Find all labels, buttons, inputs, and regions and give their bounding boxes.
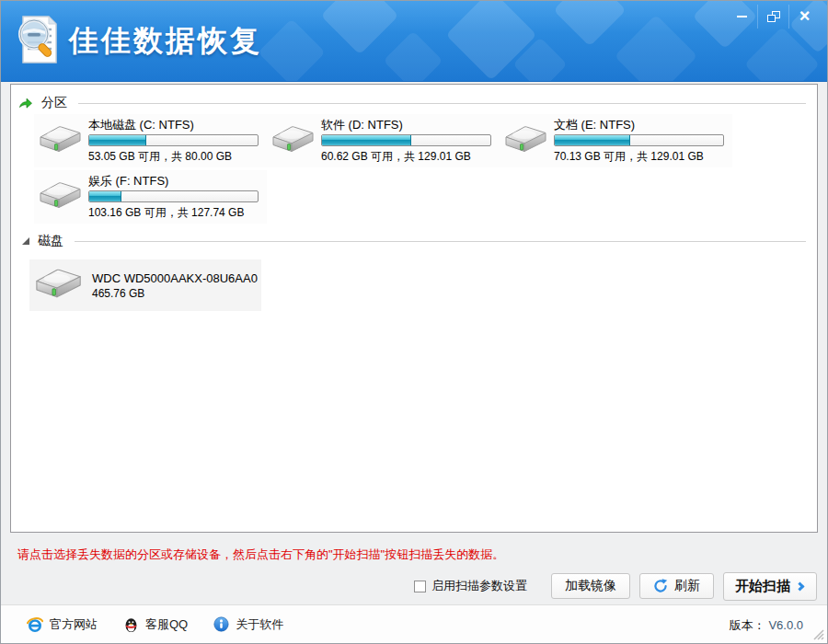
support-qq-label: 客服QQ [145, 616, 188, 633]
hard-drive-icon [501, 122, 549, 159]
disk-item-wdc[interactable]: WDC WD5000AAKX-08U6AA0 465.76 GB [29, 259, 261, 311]
start-scan-button[interactable]: 开始扫描 [723, 572, 817, 601]
hard-drive-icon [269, 122, 316, 159]
version-value: V6.0.0 [768, 618, 803, 632]
window-controls: × [726, 5, 820, 29]
section-partitions-label: 分区 [41, 95, 67, 111]
device-panel: 分区 本地磁盘 (C: NTFS) 53.05 GB 可用，共 80.00 GB… [10, 84, 818, 533]
app-logo-icon [14, 11, 63, 72]
enable-scan-params-group[interactable]: 启用扫描参数设置 [414, 578, 527, 594]
official-site-link[interactable]: 官方网站 [27, 616, 98, 633]
partition-usage: 60.62 GB 可用，共 129.01 GB [321, 149, 491, 165]
usage-bar-fill [555, 135, 630, 145]
load-image-button[interactable]: 加载镜像 [551, 573, 630, 599]
usage-bar [321, 134, 491, 146]
start-scan-label: 开始扫描 [735, 578, 790, 595]
restore-icon [767, 11, 780, 22]
ie-icon [27, 616, 43, 633]
partition-name: 本地磁盘 (C: NTFS) [88, 117, 259, 132]
section-disks-label: 磁盘 [38, 233, 63, 249]
app-title: 佳佳数据恢复 [69, 21, 262, 62]
partition-item-c[interactable]: 本地磁盘 (C: NTFS) 53.05 GB 可用，共 80.00 GB [34, 114, 267, 167]
version-info: 版本： V6.0.0 [730, 617, 803, 634]
partition-list: 本地磁盘 (C: NTFS) 53.05 GB 可用，共 80.00 GB 软件… [34, 114, 732, 224]
section-rule [75, 241, 806, 242]
footer: 官方网站 客服QQ 关于软件 版本： V6.0.0 [1, 604, 827, 643]
refresh-button[interactable]: 刷新 [639, 573, 714, 599]
usage-bar-fill [89, 191, 121, 201]
usage-bar [88, 190, 259, 202]
maximize-button[interactable] [757, 5, 788, 29]
partition-name: 文档 (E: NTFS) [554, 117, 724, 132]
hard-drive-icon [36, 178, 84, 215]
usage-bar [554, 134, 724, 146]
section-partitions-header[interactable]: 分区 [18, 94, 808, 112]
hard-drive-icon [36, 122, 84, 159]
hard-drive-icon [31, 265, 85, 305]
partition-usage: 70.13 GB 可用，共 129.01 GB [554, 149, 724, 165]
expander-icon [22, 237, 29, 245]
partition-usage: 53.05 GB 可用，共 80.00 GB [88, 149, 259, 165]
about-link[interactable]: 关于软件 [213, 616, 283, 633]
resize-grip[interactable] [812, 628, 824, 640]
info-icon [213, 616, 229, 632]
support-qq-link[interactable]: 客服QQ [123, 616, 188, 633]
enable-scan-params-checkbox[interactable] [414, 581, 426, 592]
section-rule [78, 103, 806, 104]
official-site-label: 官方网站 [50, 616, 98, 633]
chevron-right-icon [796, 581, 805, 591]
usage-bar [88, 134, 259, 146]
section-disks-header[interactable]: 磁盘 [18, 232, 808, 250]
refresh-icon [653, 579, 668, 593]
refresh-label: 刷新 [674, 578, 700, 594]
hint-text: 请点击选择丢失数据的分区或存储设备，然后点击右下角的"开始扫描"按钮扫描丢失的数… [17, 546, 504, 563]
partition-item-f[interactable]: 娱乐 (F: NTFS) 103.16 GB 可用，共 127.74 GB [34, 170, 267, 224]
footer-links: 官方网站 客服QQ 关于软件 [27, 605, 283, 643]
minimize-button[interactable] [726, 5, 757, 29]
usage-bar-fill [89, 135, 146, 145]
title-bar: 佳佳数据恢复 × [1, 1, 827, 82]
enable-scan-params-label[interactable]: 启用扫描参数设置 [431, 578, 527, 594]
close-button[interactable]: × [788, 5, 820, 29]
partition-name: 娱乐 (F: NTFS) [88, 173, 259, 189]
app-window: { "header": { "app_title": "佳佳数据恢复" }, "… [0, 0, 828, 644]
bottom-controls: 启用扫描参数设置 加载镜像 刷新 开始扫描 [414, 571, 817, 601]
partition-usage: 103.16 GB 可用，共 127.74 GB [88, 205, 259, 221]
usage-bar-fill [322, 135, 411, 145]
load-image-label: 加载镜像 [565, 578, 616, 594]
disk-model: WDC WD5000AAKX-08U6AA0 [92, 270, 258, 287]
close-icon: × [799, 6, 811, 25]
green-arrow-icon [18, 96, 33, 110]
partition-item-d[interactable]: 软件 (D: NTFS) 60.62 GB 可用，共 129.01 GB [267, 114, 500, 167]
minimize-icon [737, 16, 747, 17]
about-label: 关于软件 [236, 616, 283, 633]
qq-icon [123, 616, 139, 633]
partition-name: 软件 (D: NTFS) [321, 117, 491, 132]
partition-item-e[interactable]: 文档 (E: NTFS) 70.13 GB 可用，共 129.01 GB [500, 114, 732, 167]
version-label: 版本： [730, 618, 765, 632]
disk-capacity: 465.76 GB [92, 287, 258, 300]
